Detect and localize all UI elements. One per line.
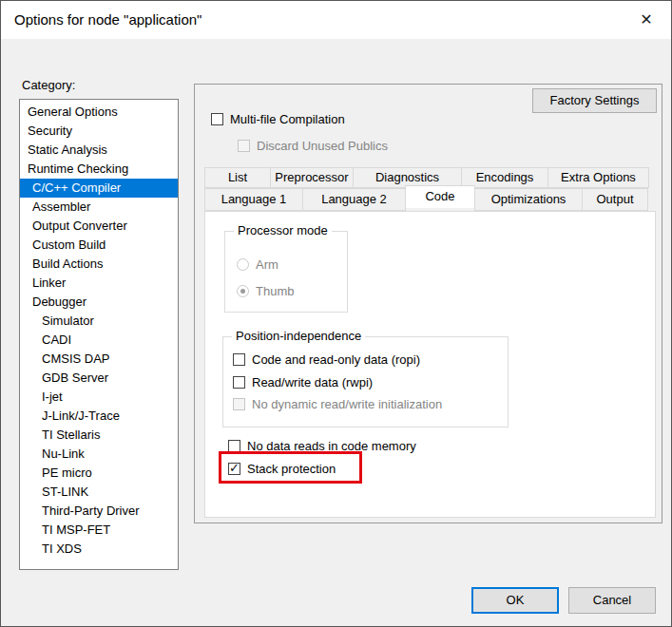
- category-item-output-converter[interactable]: Output Converter: [20, 217, 178, 236]
- position-independence-legend: Position-independence: [232, 329, 365, 343]
- tab-row-2: Language 1Language 2CodeOptimizationsOut…: [205, 188, 656, 211]
- tab-optimizations[interactable]: Optimizations: [474, 188, 583, 211]
- options-dialog: Options for node "application" ✕ Categor…: [0, 0, 672, 627]
- category-item-assembler[interactable]: Assembler: [20, 198, 178, 217]
- tab-code[interactable]: Code: [405, 185, 475, 208]
- checkbox-icon: ✓: [238, 140, 250, 152]
- processor-mode-groupbox: Processor mode Arm Thumb: [224, 231, 348, 313]
- multi-file-compilation-label: Multi-file Compilation: [230, 112, 345, 126]
- discard-unused-publics-label: Discard Unused Publics: [257, 139, 388, 153]
- category-item-static-analysis[interactable]: Static Analysis: [20, 141, 178, 160]
- discard-unused-publics-checkbox: ✓ Discard Unused Publics: [238, 139, 388, 153]
- category-item-i-jet[interactable]: I-jet: [20, 388, 178, 407]
- tab-control: ListPreprocessorDiagnosticsEncodingsExtr…: [205, 167, 656, 211]
- category-item-j-link-j-trace[interactable]: J-Link/J-Trace: [20, 407, 178, 426]
- category-item-cmsis-dap[interactable]: CMSIS DAP: [20, 350, 178, 369]
- radio-option-arm: Arm: [237, 257, 278, 272]
- category-item-linker[interactable]: Linker: [20, 274, 178, 293]
- stack-protection-label: Stack protection: [247, 462, 336, 476]
- category-item-runtime-checking[interactable]: Runtime Checking: [20, 160, 178, 179]
- radio-option-thumb: Thumb: [237, 284, 294, 298]
- checkbox-icon: ✓: [228, 463, 240, 475]
- category-item-simulator[interactable]: Simulator: [20, 312, 178, 331]
- radio-icon: [237, 258, 249, 271]
- ok-button[interactable]: OK: [471, 587, 559, 614]
- stack-protection-checkbox[interactable]: ✓ Stack protection: [228, 462, 336, 476]
- checkbox-icon: ✓: [228, 440, 240, 452]
- no-data-reads-checkbox[interactable]: ✓ No data reads in code memory: [228, 439, 416, 453]
- cancel-button[interactable]: Cancel: [568, 587, 656, 614]
- category-item-ti-msp-fet[interactable]: TI MSP-FET: [20, 521, 178, 540]
- category-label: Category:: [22, 78, 75, 92]
- position-independence-groupbox: Position-independence ✓ Code and read-on…: [222, 336, 509, 428]
- checkbox-icon: ✓: [233, 353, 245, 366]
- tab-list[interactable]: List: [204, 167, 271, 188]
- title-bar: Options for node "application" ✕: [1, 1, 671, 39]
- category-item-ti-stellaris[interactable]: TI Stellaris: [20, 426, 178, 445]
- category-item-build-actions[interactable]: Build Actions: [20, 255, 178, 274]
- category-item-security[interactable]: Security: [20, 122, 178, 141]
- tab-language-2[interactable]: Language 2: [302, 188, 406, 211]
- checkbox-icon: ✓: [233, 376, 245, 389]
- processor-mode-legend: Processor mode: [234, 223, 332, 238]
- category-listbox[interactable]: General OptionsSecurityStatic AnalysisRu…: [19, 99, 179, 570]
- close-icon[interactable]: ✕: [631, 7, 662, 33]
- multi-file-compilation-checkbox[interactable]: ✓ Multi-file Compilation: [211, 112, 345, 126]
- tab-extra-options[interactable]: Extra Options: [547, 167, 649, 188]
- checkbox-option-code-and-read-only-data-ropi[interactable]: ✓ Code and read-only data (ropi): [233, 352, 420, 367]
- checkbox-icon: ✓: [233, 398, 245, 410]
- tab-preprocessor[interactable]: Preprocessor: [270, 167, 354, 188]
- category-item-general-options[interactable]: General Options: [20, 103, 178, 122]
- no-data-reads-label: No data reads in code memory: [247, 439, 416, 453]
- radio-icon: [237, 285, 249, 297]
- category-item-st-link[interactable]: ST-LINK: [20, 483, 178, 502]
- checkbox-option-no-dynamic-read-write-initialization[interactable]: ✓ No dynamic read/write initialization: [233, 397, 442, 411]
- checkbox-icon: ✓: [211, 113, 223, 125]
- category-item-cadi[interactable]: CADI: [20, 331, 178, 350]
- factory-settings-button[interactable]: Factory Settings: [532, 88, 657, 113]
- category-item-third-party-driver[interactable]: Third-Party Driver: [20, 502, 178, 521]
- dialog-title: Options for node "application": [14, 11, 202, 28]
- tab-output[interactable]: Output: [582, 188, 648, 211]
- category-item-nu-link[interactable]: Nu-Link: [20, 445, 178, 464]
- category-item-pe-micro[interactable]: PE micro: [20, 464, 178, 483]
- category-item-debugger[interactable]: Debugger: [20, 293, 178, 312]
- category-item-custom-build[interactable]: Custom Build: [20, 236, 178, 255]
- code-tab-page: Processor mode Arm Thumb Position-indepe…: [204, 211, 656, 518]
- category-item-gdb-server[interactable]: GDB Server: [20, 369, 178, 388]
- checkbox-option-read-write-data-rwpi[interactable]: ✓ Read/write data (rwpi): [233, 375, 373, 390]
- category-item-c-c-compiler[interactable]: C/C++ Compiler: [20, 179, 178, 198]
- tab-language-1[interactable]: Language 1: [204, 188, 303, 211]
- category-item-ti-xds[interactable]: TI XDS: [20, 540, 178, 559]
- options-panel: Factory Settings ✓ Multi-file Compilatio…: [194, 84, 662, 523]
